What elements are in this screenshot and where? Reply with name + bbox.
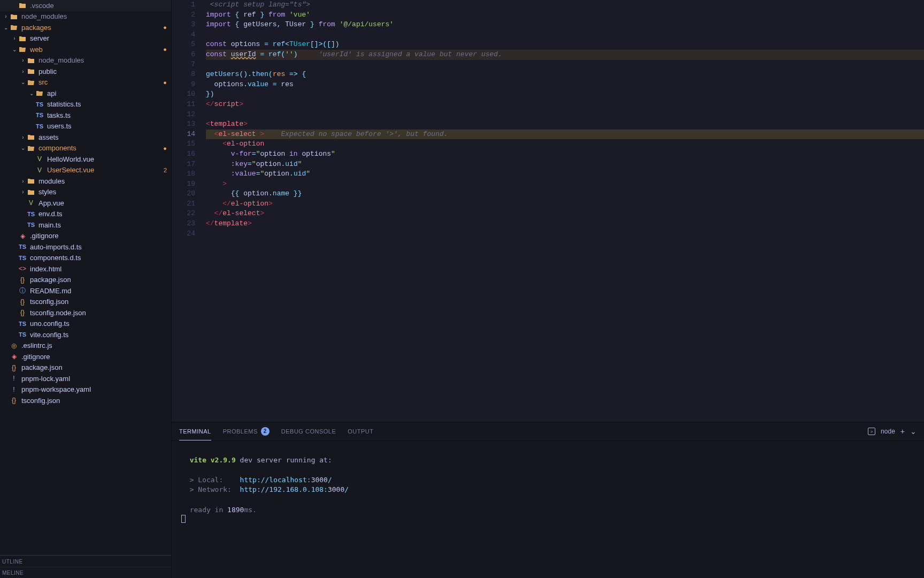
code-editor[interactable]: 123456789101112131415161718192021222324 … (172, 0, 924, 422)
terminal-output[interactable]: vite v2.9.9 dev server running at: > Loc… (172, 441, 924, 578)
file-tree-label: .gitignore (30, 232, 58, 240)
file-icon: ! (10, 385, 18, 394)
new-terminal-button[interactable]: + (900, 427, 905, 436)
file-tree-item[interactable]: ·TSuno.config.ts (0, 318, 171, 330)
chevron-down-icon[interactable]: ⌄ (19, 145, 27, 151)
file-tree-item[interactable]: ⌄web● (0, 44, 171, 55)
chevron-right-icon[interactable]: › (19, 57, 27, 63)
file-tree-label: public (38, 67, 57, 75)
file-tree[interactable]: ·.vscode›node_modules⌄packages●›server⌄w… (0, 0, 171, 555)
file-tree-item[interactable]: ·!pnpm-lock.yaml (0, 373, 171, 384)
chevron-down-icon[interactable]: ⌄ (11, 47, 18, 52)
file-tree-item[interactable]: ›node_modules (0, 55, 171, 66)
file-tree-item[interactable]: ·.vscode (0, 0, 171, 11)
code-line[interactable]: import { ref } from 'vue' (206, 10, 924, 20)
file-tree-item[interactable]: ·◈.gitignore (0, 351, 171, 362)
file-tree-item[interactable]: ·{}package.json (0, 362, 171, 374)
code-line[interactable]: </template> (206, 219, 924, 229)
file-tree-item[interactable]: ·TSvite.config.ts (0, 329, 171, 340)
code-line[interactable]: <el-option (206, 139, 924, 149)
chevron-right-icon[interactable]: › (19, 189, 27, 195)
line-number: 24 (172, 229, 195, 239)
file-tree-item[interactable]: ·TSstatistics.ts (0, 99, 171, 110)
file-tree-item[interactable]: ·TStasks.ts (0, 110, 171, 121)
chevron-right-icon[interactable]: › (11, 35, 18, 41)
file-tree-item[interactable]: ›assets (0, 132, 171, 143)
file-tree-item[interactable]: ·VApp.vue (0, 197, 171, 209)
code-line[interactable] (206, 30, 924, 40)
chevron-right-icon[interactable]: › (19, 69, 27, 74)
file-tree-item[interactable]: ⌄components● (0, 143, 171, 154)
code-line[interactable]: <template> (206, 119, 924, 130)
file-tree-item[interactable]: ·ⓘREADME.md (0, 285, 171, 296)
code-line[interactable]: getUsers().then(res => { (206, 70, 924, 80)
file-tree-label: App.vue (38, 199, 64, 207)
file-tree-item[interactable]: ⌄api (0, 88, 171, 99)
file-tree-item[interactable]: ·{}tsconfig.json (0, 296, 171, 308)
tab-output[interactable]: OUTPUT (348, 422, 373, 440)
file-tree-item[interactable]: ·◎.eslintrc.js (0, 340, 171, 352)
file-tree-item[interactable]: ›public (0, 66, 171, 77)
terminal-shell-name[interactable]: node (881, 428, 895, 435)
chevron-right-icon[interactable]: › (2, 13, 10, 19)
file-tree-item[interactable]: ·TScomponents.d.ts (0, 253, 171, 264)
terminal-text: ready in (190, 506, 227, 514)
file-tree-item[interactable]: ⌄packages● (0, 22, 171, 33)
code-line[interactable]: :value="option.uid" (206, 169, 924, 179)
code-line[interactable]: const userId = ref('') 'userId' is assig… (206, 50, 924, 60)
file-tree-item[interactable]: ·{}package.json (0, 275, 171, 286)
code-line[interactable]: import { getUsers, TUser } from '@/api/u… (206, 20, 924, 30)
code-line[interactable] (206, 229, 924, 239)
file-tree-item[interactable]: ·TSenv.d.ts (0, 209, 171, 220)
file-tree-item[interactable]: ·◈.gitignore (0, 231, 171, 242)
code-line[interactable] (206, 110, 924, 120)
outline-section[interactable]: UTLINE (0, 556, 171, 567)
code-line[interactable]: const options = ref<TUser[]>([]) (206, 40, 924, 50)
file-tree-label: .eslintrc.js (21, 341, 52, 349)
file-tree-item[interactable]: ·<>index.html (0, 263, 171, 275)
line-number-gutter: 123456789101112131415161718192021222324 (172, 0, 206, 422)
file-tree-item[interactable]: ›server (0, 33, 171, 44)
file-tree-item[interactable]: ·{}tsconfig.node.json (0, 307, 171, 318)
network-url[interactable]: http://192.168.0.108: (240, 485, 328, 493)
code-line[interactable]: <script setup lang="ts"> (206, 0, 924, 10)
chevron-right-icon[interactable]: › (19, 178, 27, 184)
code-line[interactable]: <el-select > Expected no space before '>… (206, 130, 924, 140)
line-number: 4 (172, 30, 195, 40)
code-line[interactable]: {{ option.name }} (206, 189, 924, 199)
file-tree-item[interactable]: ·VHelloWorld.vue (0, 154, 171, 165)
file-tree-item[interactable]: ·TSauto-imports.d.ts (0, 241, 171, 253)
code-line[interactable] (206, 60, 924, 70)
code-line[interactable]: options.value = res (206, 80, 924, 90)
tab-terminal[interactable]: TERMINAL (179, 422, 211, 440)
file-tree-item[interactable]: ⌄src● (0, 77, 171, 88)
chevron-down-icon[interactable]: ⌄ (19, 79, 27, 85)
chevron-right-icon[interactable]: › (19, 134, 27, 140)
file-tree-item[interactable]: ·TSusers.ts (0, 121, 171, 132)
file-tree-item[interactable]: ·{}tsconfig.json (0, 395, 171, 406)
problems-count: 2 (164, 167, 167, 173)
file-tree-item[interactable]: ·!pnpm-workspace.yaml (0, 384, 171, 396)
file-tree-label: statistics.ts (47, 100, 81, 108)
code-line[interactable]: }) (206, 89, 924, 100)
chevron-down-icon[interactable]: ⌄ (28, 90, 35, 96)
code-line[interactable]: </el-option> (206, 199, 924, 209)
file-tree-item[interactable]: ›styles (0, 187, 171, 198)
chevron-down-icon[interactable]: ⌄ (2, 25, 10, 31)
file-tree-item[interactable]: ›node_modules (0, 11, 171, 22)
file-tree-item[interactable]: ›modules (0, 176, 171, 187)
terminal-dropdown-icon[interactable]: ⌄ (910, 427, 917, 436)
tab-debug-console[interactable]: DEBUG CONSOLE (281, 422, 336, 440)
code-line[interactable]: :key="option.uid" (206, 159, 924, 170)
tab-problems[interactable]: PROBLEMS 2 (223, 422, 270, 440)
code-line[interactable]: v-for="option in options" (206, 149, 924, 159)
line-number: 10 (172, 89, 195, 100)
file-tree-item[interactable]: ·VUserSelect.vue2 (0, 165, 171, 176)
code-line[interactable]: </el-select> (206, 209, 924, 219)
timeline-section[interactable]: MELINE (0, 567, 171, 578)
code-content[interactable]: <script setup lang="ts">import { ref } f… (206, 0, 924, 422)
file-tree-item[interactable]: ·TSmain.ts (0, 219, 171, 231)
code-line[interactable]: </script> (206, 100, 924, 110)
code-line[interactable]: > (206, 179, 924, 189)
local-url[interactable]: http://localhost: (240, 476, 311, 484)
